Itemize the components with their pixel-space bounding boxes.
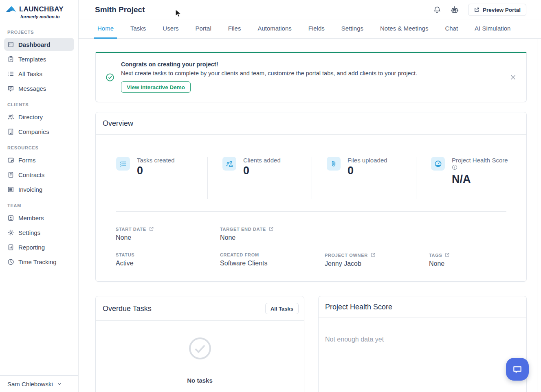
- stat-files-uploaded: Files uploaded 0: [312, 157, 416, 199]
- field-label-text: STATUS: [116, 252, 134, 257]
- stat-tasks-created: Tasks created 0: [96, 157, 207, 199]
- all-tasks-icon: [7, 70, 14, 77]
- forms-icon: [7, 157, 14, 164]
- tab-fields[interactable]: Fields: [305, 25, 328, 39]
- section-label: RESOURCES: [4, 145, 74, 150]
- sidebar-item-time-tracking[interactable]: Time Tracking: [4, 255, 74, 268]
- tab-files[interactable]: Files: [225, 25, 244, 39]
- task-list-icon: [116, 157, 130, 171]
- directory-icon: [7, 114, 14, 120]
- ai-assistant-button[interactable]: [450, 5, 459, 14]
- overview-title: Overview: [103, 119, 133, 128]
- tab-bar: Home Tasks Users Portal Files Automation…: [79, 20, 541, 39]
- field-value: None: [220, 234, 526, 241]
- content-scroll-area: Congrats on creating your project! Next …: [79, 39, 541, 392]
- user-menu[interactable]: Sam Chlebowski: [0, 375, 78, 392]
- tab-ai-simulation[interactable]: AI Simulation: [471, 25, 514, 39]
- topbar: Smith Project Preview Portal: [79, 0, 541, 20]
- gauge-icon: [431, 157, 445, 171]
- field-target-end-date[interactable]: TARGET END DATE None: [220, 226, 526, 241]
- edit-link-icon[interactable]: [268, 226, 274, 232]
- launchbay-logo-icon: [6, 5, 16, 14]
- section-label: PROJECTS: [4, 30, 74, 35]
- dashboard-icon: [7, 41, 14, 48]
- banner-title: Congrats on creating your project!: [121, 61, 417, 68]
- field-start-date[interactable]: START DATE None: [116, 226, 220, 241]
- stat-value: 0: [137, 164, 175, 177]
- field-created-from: CREATED FROM Software Clients: [220, 252, 325, 267]
- messages-icon: [7, 85, 14, 92]
- field-label-text: CREATED FROM: [220, 252, 259, 257]
- edit-link-icon[interactable]: [370, 252, 376, 258]
- sidebar-item-messages[interactable]: Messages: [4, 82, 74, 95]
- sidebar: LAUNCHBAY formerly motion.io PROJECTS Da…: [0, 0, 79, 392]
- tab-chat[interactable]: Chat: [442, 25, 461, 39]
- sidebar-item-contracts[interactable]: Contracts: [4, 168, 74, 181]
- tab-notes-meetings[interactable]: Notes & Meetings: [377, 25, 431, 39]
- scrollbar-track[interactable]: [537, 39, 541, 392]
- sidebar-item-dashboard[interactable]: Dashboard: [4, 38, 74, 51]
- tab-users[interactable]: Users: [159, 25, 182, 39]
- banner-close-button[interactable]: [510, 74, 517, 81]
- clock-icon: [7, 258, 14, 265]
- edit-link-icon[interactable]: [444, 252, 450, 258]
- sidebar-section-projects: PROJECTS Dashboard Templates All Tasks M…: [4, 30, 74, 95]
- field-project-owner[interactable]: PROJECT OWNER Jenny Jacob: [325, 252, 429, 267]
- field-tags[interactable]: TAGS None: [429, 252, 526, 267]
- tab-portal[interactable]: Portal: [192, 25, 215, 39]
- notifications-button[interactable]: [433, 6, 441, 14]
- overdue-tasks-card: Overdue Tasks All Tasks No tasks: [95, 296, 304, 392]
- sidebar-item-label: Forms: [18, 157, 36, 164]
- bottom-cards-row: Overdue Tasks All Tasks No tasks Project…: [95, 296, 527, 392]
- sidebar-item-members[interactable]: Members: [4, 211, 74, 224]
- sidebar-section-clients: CLIENTS Directory Companies: [4, 102, 74, 138]
- preview-portal-button[interactable]: Preview Portal: [468, 4, 526, 16]
- robot-icon: [450, 5, 459, 14]
- gear-icon: [7, 229, 14, 236]
- banner-body: Next create tasks to complete by your cl…: [121, 70, 417, 77]
- info-icon[interactable]: [452, 164, 508, 172]
- field-label-text: PROJECT OWNER: [325, 253, 368, 258]
- sidebar-item-templates[interactable]: Templates: [4, 53, 74, 66]
- overview-card: Overview Tasks created 0 Clients added: [95, 112, 527, 282]
- sidebar-item-companies[interactable]: Companies: [4, 125, 74, 138]
- overview-stats: Tasks created 0 Clients added 0: [96, 157, 526, 199]
- sidebar-section-team: TEAM Members Settings Reporting Time Tra…: [4, 203, 74, 268]
- app-root: LAUNCHBAY formerly motion.io PROJECTS Da…: [0, 0, 541, 392]
- sidebar-item-label: Messages: [18, 85, 46, 92]
- sidebar-item-label: Invoicing: [18, 186, 42, 193]
- chat-bubble-icon: [512, 364, 523, 374]
- sidebar-item-reporting[interactable]: Reporting: [4, 241, 74, 254]
- sidebar-item-label: All Tasks: [18, 70, 42, 77]
- sidebar-item-settings[interactable]: Settings: [4, 226, 74, 239]
- section-label: CLIENTS: [4, 102, 74, 107]
- stat-project-health-score: Project Health Score N/A: [416, 157, 526, 199]
- all-tasks-button[interactable]: All Tasks: [265, 303, 299, 314]
- view-interactive-demo-button[interactable]: View Interactive Demo: [121, 81, 191, 93]
- edit-link-icon[interactable]: [149, 226, 154, 232]
- reporting-icon: [7, 244, 14, 251]
- field-value: None: [429, 260, 526, 267]
- preview-portal-label: Preview Portal: [483, 7, 521, 13]
- sidebar-item-forms[interactable]: Forms: [4, 153, 74, 166]
- contracts-icon: [7, 171, 14, 178]
- sidebar-item-all-tasks[interactable]: All Tasks: [4, 67, 74, 80]
- templates-icon: [7, 56, 14, 63]
- sidebar-item-label: Companies: [18, 128, 49, 135]
- stat-label: Files uploaded: [347, 157, 387, 164]
- tab-automations[interactable]: Automations: [254, 25, 295, 39]
- check-circle-icon: [106, 73, 114, 83]
- external-link-icon: [474, 7, 479, 13]
- sidebar-item-invoicing[interactable]: Invoicing: [4, 183, 74, 196]
- tab-settings[interactable]: Settings: [338, 25, 367, 39]
- tab-tasks[interactable]: Tasks: [127, 25, 149, 39]
- no-tasks-text: No tasks: [187, 377, 213, 384]
- sidebar-item-directory[interactable]: Directory: [4, 110, 74, 123]
- paperclip-icon: [327, 157, 341, 171]
- support-chat-button[interactable]: [506, 358, 529, 381]
- chevron-down-icon: [57, 381, 62, 386]
- section-label: TEAM: [4, 203, 74, 208]
- field-value: Software Clients: [220, 260, 325, 267]
- field-label-text: TAGS: [429, 253, 442, 258]
- tab-home[interactable]: Home: [94, 25, 117, 39]
